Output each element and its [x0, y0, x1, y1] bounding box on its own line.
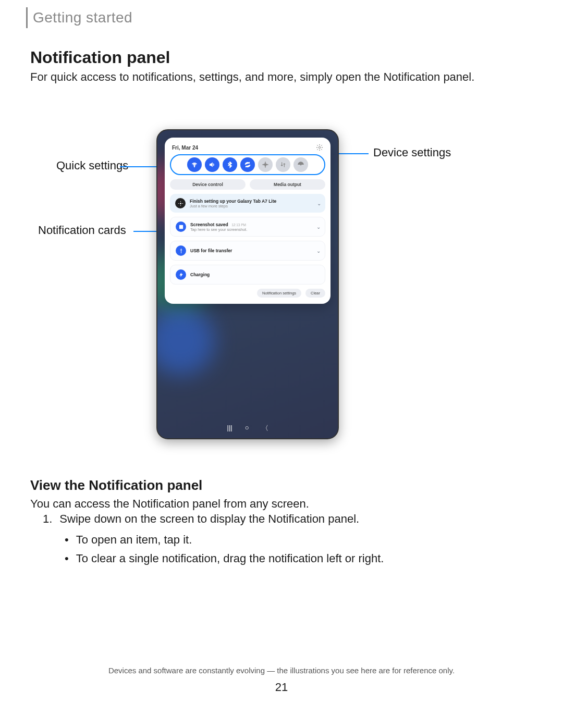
step-item: Swipe down on the screen to display the …: [43, 510, 384, 528]
page-number: 21: [0, 681, 563, 694]
breadcrumb-text: Getting started: [33, 9, 132, 26]
card-sub: Tap here to see your screenshot.: [190, 227, 247, 232]
back-icon[interactable]: 〈: [262, 424, 268, 433]
chevron-down-icon[interactable]: ⌄: [316, 248, 321, 254]
media-output-button[interactable]: Media output: [250, 179, 325, 190]
callout-device-settings: Device settings: [373, 146, 451, 159]
recents-icon[interactable]: |||: [227, 424, 232, 433]
page-title: Notification panel: [30, 48, 170, 67]
notification-card[interactable]: Finish setting up your Galaxy Tab A7 Lit…: [170, 194, 325, 213]
card-title: Charging: [190, 272, 210, 277]
nav-bar[interactable]: ||| ○ 〈: [157, 424, 338, 433]
notification-settings-button[interactable]: Notification settings: [257, 289, 301, 298]
clear-button[interactable]: Clear: [305, 289, 325, 298]
device-control-button[interactable]: Device control: [170, 179, 246, 190]
airplane-icon[interactable]: [258, 157, 273, 172]
bullet-item: To clear a single notification, drag the…: [65, 549, 384, 568]
usb-icon: [176, 245, 186, 256]
breadcrumb: Getting started: [26, 7, 132, 28]
chevron-down-icon[interactable]: ⌄: [316, 224, 321, 230]
card-sub: Just a few more steps: [190, 204, 276, 208]
bluetooth-icon[interactable]: [223, 157, 237, 172]
notification-card[interactable]: Screenshot saved 12:13 PM Tap here to se…: [170, 217, 325, 237]
data-icon[interactable]: [276, 157, 290, 172]
svg-point-0: [319, 146, 321, 149]
callout-quick-settings: Quick settings: [56, 159, 128, 172]
card-title: Finish setting up your Galaxy Tab A7 Lit…: [190, 199, 276, 204]
bg-blob: [156, 307, 215, 375]
notification-card[interactable]: USB for file transfer ⌄: [170, 241, 325, 261]
wifi-icon[interactable]: [187, 157, 202, 172]
section-heading: View the Notification panel: [30, 477, 202, 493]
home-icon[interactable]: ○: [245, 424, 249, 433]
panel-date: Fri, Mar 24: [172, 145, 198, 151]
svg-rect-3: [179, 225, 182, 228]
steps-list: Swipe down on the screen to display the …: [43, 510, 384, 568]
bolt-icon: [176, 269, 186, 280]
gear-icon[interactable]: [316, 144, 323, 151]
autorotate-icon[interactable]: [240, 157, 255, 172]
card-title: Screenshot saved 12:13 PM: [190, 222, 247, 227]
card-timestamp: 12:13 PM: [231, 223, 246, 227]
callout-notification-cards: Notification cards: [38, 224, 126, 237]
device-mock: Fri, Mar 24 Device control Media output: [156, 129, 339, 439]
card-title: USB for file transfer: [190, 248, 232, 253]
bullet-item: To open an item, tap it.: [65, 530, 384, 549]
svg-point-2: [180, 203, 181, 204]
notification-panel[interactable]: Fri, Mar 24 Device control Media output: [165, 138, 331, 304]
intro-paragraph: For quick access to notifications, setti…: [30, 69, 499, 85]
volume-icon[interactable]: [205, 157, 219, 172]
notification-card[interactable]: Charging: [170, 265, 325, 285]
quick-settings-row[interactable]: [170, 154, 325, 175]
image-icon: [176, 221, 186, 232]
gear-icon: [175, 198, 186, 208]
chevron-down-icon[interactable]: ⌄: [317, 201, 321, 206]
footnote: Devices and software are constantly evol…: [0, 666, 563, 675]
hotspot-icon[interactable]: [293, 157, 308, 172]
